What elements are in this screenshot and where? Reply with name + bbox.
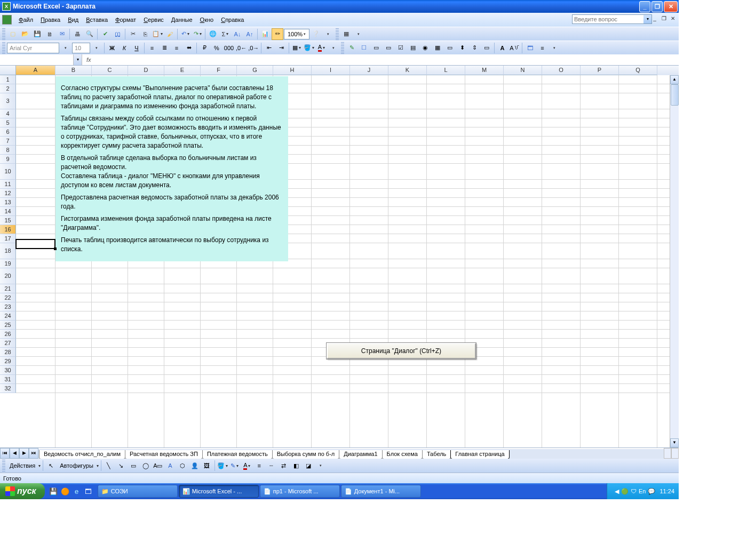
row-header-22[interactable]: 22	[0, 293, 16, 302]
new-button[interactable]: ▢	[7, 28, 19, 40]
app-menu-icon[interactable]	[2, 15, 12, 25]
row-header-32[interactable]: 32	[0, 384, 16, 393]
ext-btn-1[interactable]: ✎	[346, 42, 357, 54]
tab-nav-first[interactable]: ⏮	[0, 448, 10, 459]
taskbar-item-1[interactable]: 📊Microsoft Excel - ...	[179, 485, 259, 498]
name-box-dropdown[interactable]: ▾	[74, 54, 82, 65]
col-header-P[interactable]: P	[581, 66, 619, 75]
toolbar-grip-4[interactable]	[341, 42, 344, 54]
toolbar-options-button-4[interactable]: ▾	[549, 42, 560, 54]
col-header-M[interactable]: M	[465, 66, 504, 75]
tab-nav-next[interactable]: ▶	[19, 448, 29, 459]
size-dropdown[interactable]: ▾	[91, 42, 102, 54]
sheet-tab-Диаграмма1[interactable]: Диаграмма1	[339, 450, 382, 459]
sheet-tab-Табель[interactable]: Табель	[422, 450, 451, 459]
borders-button[interactable]: ▦	[291, 42, 303, 54]
drawing-toggle-button[interactable]: ✏	[272, 28, 283, 40]
ext-btn-5[interactable]: ☑	[395, 42, 407, 54]
scroll-thumb[interactable]	[671, 84, 679, 106]
ext-btn-6[interactable]: ▤	[407, 42, 419, 54]
3d-button[interactable]: ◪	[303, 460, 314, 471]
start-button[interactable]: пуск	[0, 483, 45, 499]
row-header-9[interactable]: 9	[0, 155, 16, 164]
col-header-J[interactable]: J	[350, 66, 388, 75]
permission-button[interactable]: 🗎	[44, 28, 55, 40]
paste-button[interactable]: 📋	[152, 28, 163, 40]
align-left-button[interactable]: ≡	[146, 42, 158, 54]
col-header-L[interactable]: L	[427, 66, 465, 75]
row-header-16[interactable]: 16	[0, 225, 16, 234]
taskbar-item-2[interactable]: 📄пр1 - Microsoft ...	[260, 485, 340, 498]
row-header-27[interactable]: 27	[0, 339, 16, 348]
toolbar-grip-3[interactable]	[2, 42, 5, 54]
dash-style-button[interactable]: ┈	[266, 460, 277, 471]
row-header-25[interactable]: 25	[0, 321, 16, 330]
menu-Окно[interactable]: Окно	[196, 15, 218, 24]
row-header-20[interactable]: 20	[0, 268, 16, 284]
email-button[interactable]: ✉	[56, 28, 68, 40]
zoom-combo[interactable]: 100%▾	[284, 29, 309, 39]
sheet-tab-Блок схема[interactable]: Блок схема	[382, 450, 423, 459]
tab-nav-last[interactable]: ⏭	[29, 448, 38, 459]
row-header-1[interactable]: 1	[0, 75, 16, 84]
arrow-style-button[interactable]: ⇄	[278, 460, 290, 471]
ext-btn-11[interactable]: ⇕	[468, 42, 480, 54]
system-tray[interactable]: ◀ 🟢 🛡 En 💬 11:24	[607, 483, 679, 499]
col-header-O[interactable]: O	[542, 66, 581, 75]
picture-tool[interactable]: 🖼	[201, 460, 213, 471]
fill-color-button[interactable]: 🪣	[303, 42, 315, 54]
row-header-10[interactable]: 10	[0, 164, 16, 180]
sheet-tab-Главная страница[interactable]: Главная страница	[450, 450, 509, 459]
save-button[interactable]: 💾	[31, 28, 43, 40]
col-header-F[interactable]: F	[201, 66, 237, 75]
toolbar-grip[interactable]	[2, 28, 5, 40]
toolbar-options-button[interactable]: ▾	[322, 28, 334, 40]
menu-Правка[interactable]: Правка	[37, 15, 64, 24]
taskbar-item-0[interactable]: 📁СОЭИ	[98, 485, 178, 498]
fill-handle[interactable]	[54, 247, 57, 250]
redo-button[interactable]: ↷	[192, 28, 203, 40]
row-header-31[interactable]: 31	[0, 375, 16, 384]
copy-button[interactable]: ⎘	[139, 28, 151, 40]
increase-decimal-button[interactable]: ,0←	[235, 42, 247, 54]
ql-media-icon[interactable]: 🟠	[60, 485, 70, 497]
row-header-19[interactable]: 19	[0, 259, 16, 268]
menu-Вид[interactable]: Вид	[64, 15, 82, 24]
currency-button[interactable]: ₽	[198, 42, 210, 54]
row-header-11[interactable]: 11	[0, 180, 16, 189]
scroll-down-button[interactable]: ▼	[670, 438, 679, 447]
horizontal-scrollbar[interactable]	[664, 448, 679, 459]
decrease-indent-button[interactable]: ⇤	[263, 42, 275, 54]
borders-toolbar-button[interactable]: ▦	[340, 28, 352, 40]
fill-color-draw[interactable]: 🪣	[217, 460, 228, 471]
format-painter-button[interactable]: 🖌	[164, 28, 176, 40]
tray-icon-4[interactable]: 💬	[648, 488, 655, 495]
taskbar-item-3[interactable]: 📄Документ1 - Mi...	[341, 485, 421, 498]
tray-icon-3[interactable]: 🛡	[631, 488, 637, 494]
col-header-G[interactable]: G	[237, 66, 273, 75]
increase-indent-button[interactable]: ⇥	[275, 42, 287, 54]
font-color-draw[interactable]: A	[241, 460, 253, 471]
spelling-button[interactable]: ✔	[99, 28, 111, 40]
row-header-23[interactable]: 23	[0, 302, 16, 311]
help-question-input[interactable]	[572, 14, 652, 24]
decrease-decimal-button[interactable]: ,0→	[248, 42, 259, 54]
row-header-21[interactable]: 21	[0, 284, 16, 293]
oval-tool[interactable]: ◯	[140, 460, 152, 471]
tray-clock[interactable]: 11:24	[659, 488, 674, 494]
minimize-button[interactable]: _	[639, 1, 650, 12]
wordart-tool[interactable]: A	[164, 460, 176, 471]
row-header-29[interactable]: 29	[0, 357, 16, 366]
ext-btn-2[interactable]: ☐	[358, 42, 370, 54]
fx-icon[interactable]: fx	[86, 57, 91, 63]
bold-button[interactable]: Ж	[106, 42, 118, 54]
row-header-7[interactable]: 7	[0, 137, 16, 146]
tray-icon-2[interactable]: 🟢	[621, 488, 629, 495]
row-header-17[interactable]: 17	[0, 234, 16, 243]
row-header-12[interactable]: 12	[0, 189, 16, 198]
vertical-scrollbar[interactable]: ▲ ▼	[670, 75, 679, 447]
textbox-tool[interactable]: A▭	[152, 460, 164, 471]
hyperlink-button[interactable]: 🌐	[207, 28, 219, 40]
col-header-A[interactable]: A	[16, 66, 55, 75]
row-header-15[interactable]: 15	[0, 216, 16, 225]
